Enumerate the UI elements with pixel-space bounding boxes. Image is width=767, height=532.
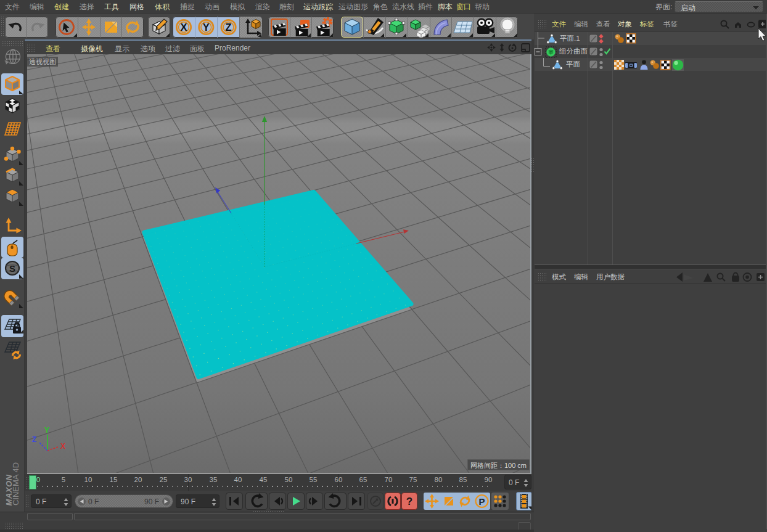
svg-text:X: X	[180, 22, 187, 33]
svg-text:S: S	[9, 263, 15, 274]
svg-text:Z: Z	[226, 22, 232, 33]
svg-text:P: P	[478, 496, 485, 507]
svg-text:Z: Z	[32, 435, 36, 444]
svg-text:?: ?	[406, 496, 412, 507]
svg-text:X: X	[60, 442, 65, 451]
svg-text:Y: Y	[203, 22, 210, 33]
svg-text:Y: Y	[44, 426, 49, 435]
